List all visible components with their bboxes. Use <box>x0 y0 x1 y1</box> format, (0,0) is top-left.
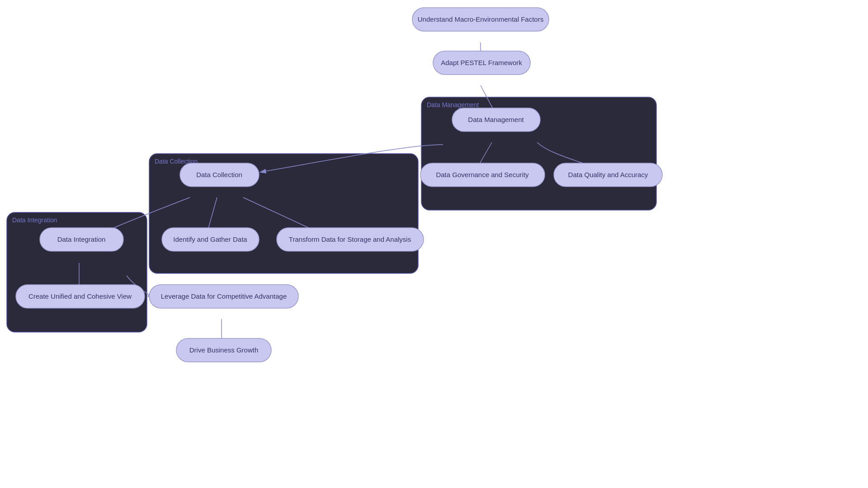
identify-gather-label: Identify and Gather Data <box>173 235 247 243</box>
data-integration-group-label: Data Integration <box>12 216 57 224</box>
data-governance-label: Data Governance and Security <box>436 171 529 178</box>
data-collection-node-label: Data Collection <box>196 171 242 178</box>
leverage-data-label: Leverage Data for Competitive Advantage <box>161 292 287 300</box>
data-quality-label: Data Quality and Accuracy <box>568 171 648 178</box>
data-management-node-label: Data Management <box>468 116 524 123</box>
data-integration-node-label: Data Integration <box>57 235 106 243</box>
drive-business-label: Drive Business Growth <box>189 346 259 354</box>
data-management-group-label: Data Management <box>427 101 479 108</box>
transform-data-label: Transform Data for Storage and Analysis <box>289 235 411 243</box>
diagram-canvas: Data Management Data Collection Data Int… <box>0 0 868 488</box>
create-unified-label: Create Unified and Cohesive View <box>28 292 132 300</box>
understand-macro-label: Understand Macro-Environmental Factors <box>418 15 543 23</box>
adapt-pestel-label: Adapt PESTEL Framework <box>441 59 522 66</box>
